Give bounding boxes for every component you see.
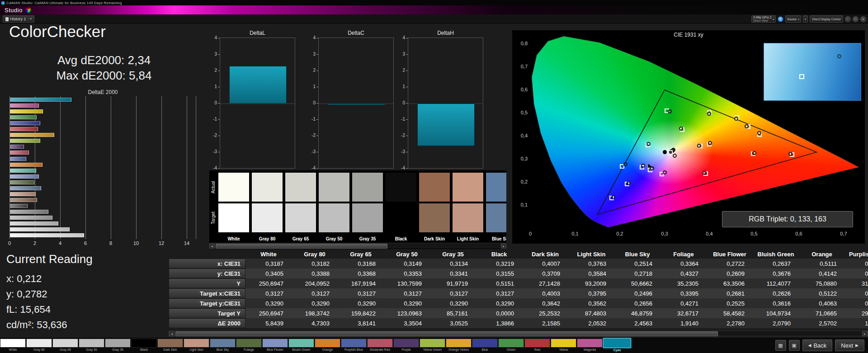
- patch-color: [341, 339, 367, 348]
- swatch-scrollbar[interactable]: [209, 243, 506, 249]
- window-title: CalMAN Studio: CalMAN Ultimate for Busin…: [6, 1, 122, 5]
- axis-tick-label: -1: [206, 117, 217, 122]
- chevron-down-icon: [805, 18, 806, 21]
- axis-tick-label: 0,2: [516, 179, 528, 184]
- strip-patch-white[interactable]: White: [0, 338, 26, 353]
- strip-patch-orange[interactable]: Orange: [315, 338, 340, 353]
- window-titlebar[interactable]: CalMAN Studio: CalMAN Ultimate for Busin…: [0, 0, 868, 5]
- scroll-right-icon[interactable]: [501, 244, 506, 249]
- table-row: Target Y250,6947198,3742159,8422123,0963…: [169, 308, 868, 318]
- swatch-label: White: [218, 236, 249, 241]
- scroll-right-icon[interactable]: [862, 331, 868, 336]
- scroll-left-icon[interactable]: [209, 244, 215, 249]
- pattern-dropdown[interactable]: [803, 15, 808, 23]
- strip-patch-yellow-green[interactable]: Yellow Green: [420, 338, 445, 353]
- strip-patch-black[interactable]: Black: [131, 338, 157, 353]
- target-swatch-blue-sky: [486, 203, 506, 232]
- tick-mark: [316, 38, 318, 38]
- table-cell: 0,3127: [430, 288, 476, 298]
- patch-color: [603, 338, 631, 348]
- maximize-button[interactable]: ☐: [853, 16, 859, 22]
- strip-patch-gray-65[interactable]: Gray 65: [52, 338, 78, 353]
- axis-tick-label: 3: [305, 52, 316, 56]
- table-header-row: WhiteGray 80Gray 65Gray 50Gray 35BlackDa…: [169, 249, 868, 259]
- strip-patch-magenta[interactable]: Magenta: [577, 338, 603, 353]
- patch-color: [184, 339, 209, 348]
- strip-patch-gray-50[interactable]: Gray 50: [79, 338, 104, 353]
- chevron-down-icon[interactable]: [28, 17, 32, 21]
- gridline: [60, 96, 61, 239]
- strip-patch-orange-yellow[interactable]: Orange Yellow: [446, 338, 472, 353]
- display-control-dropdown[interactable]: Direct Display Control: [810, 15, 843, 23]
- chevron-down-icon: [773, 18, 774, 21]
- patch-label: Gray 65: [52, 348, 78, 352]
- table-cell: 112,4077: [753, 278, 799, 288]
- tick-mark: [406, 38, 408, 38]
- axis-tick-label: 0: [524, 231, 537, 236]
- table-cell: 3,8141: [338, 318, 384, 328]
- pattern-window-icon[interactable]: ▦: [775, 340, 786, 351]
- table-cell: 35,2305: [660, 278, 707, 288]
- row-label: Target x:CIE31: [169, 288, 245, 298]
- actual-swatch-gray-35: [352, 173, 383, 202]
- deltae-bar-bluish-green: [10, 169, 36, 173]
- chevron-down-icon: [798, 18, 799, 21]
- meter-mode: Direct View: [753, 19, 771, 22]
- tab-history-1[interactable]: History 1: [3, 15, 34, 23]
- table-cell: 0,3353: [384, 268, 430, 278]
- deltae-bar-blue-sky: [10, 186, 41, 190]
- actual-swatch-gray-65: [285, 173, 316, 202]
- column-header: Orange: [799, 249, 845, 259]
- minimize-button[interactable]: –: [845, 16, 851, 22]
- strip-patch-gray-35[interactable]: Gray 35: [105, 338, 131, 353]
- table-cell: 104,9734: [753, 308, 799, 318]
- table-row: Y250,6947204,0952167,9194130,759991,9719…: [169, 278, 868, 288]
- chart-title: DeltaL: [220, 30, 295, 36]
- table-cell: 0,3341: [430, 268, 476, 278]
- patch-color: [420, 339, 445, 348]
- strip-patch-green[interactable]: Green: [498, 338, 524, 353]
- reading-fl: fL: 15,654: [6, 304, 51, 315]
- deltae-bar-gray-65: [10, 221, 58, 226]
- back-button[interactable]: ◀ Back: [802, 339, 833, 351]
- current-reading-title: Current Reading: [6, 252, 93, 266]
- strip-patch-foliage[interactable]: Foliage: [236, 338, 262, 353]
- source-dropdown[interactable]: Source: [785, 15, 801, 23]
- deltae-bar-red: [10, 127, 38, 131]
- swatch-label: Gray 80: [252, 236, 283, 241]
- connection-status-badge[interactable]: 1: [778, 16, 783, 22]
- column-header: Blue Flower: [707, 249, 753, 259]
- strip-patch-bluish-green[interactable]: Bluish Green: [288, 338, 314, 353]
- strip-patch-gray-80[interactable]: Gray 80: [26, 338, 52, 353]
- cie-measured-marker: [646, 142, 651, 146]
- actual-swatch-gray-80: [252, 173, 283, 202]
- table-cell: 0,2718: [614, 268, 660, 278]
- fullscreen-icon[interactable]: ▣: [789, 340, 800, 351]
- table-scrollbar[interactable]: [169, 330, 868, 336]
- scrollbar-thumb[interactable]: [216, 244, 387, 249]
- strip-patch-blue[interactable]: Blue: [472, 338, 498, 353]
- strip-patch-blue-sky[interactable]: Blue Sky: [210, 338, 236, 353]
- close-button[interactable]: ✕: [860, 16, 866, 22]
- history-tab-label: History 1: [10, 17, 26, 21]
- strip-patch-yellow[interactable]: Yellow: [551, 338, 576, 353]
- strip-patch-moderate-red[interactable]: Moderate Red: [367, 338, 393, 353]
- patch-strip-swatches: WhiteGray 80Gray 65Gray 50Gray 35BlackDa…: [0, 338, 632, 353]
- swatch-label-row: WhiteGray 80Gray 65Gray 50Gray 35BlackDa…: [218, 234, 506, 242]
- scroll-left-icon[interactable]: [169, 331, 175, 336]
- scrollbar-thumb[interactable]: [175, 331, 718, 336]
- strip-patch-cyan[interactable]: Cyan: [603, 338, 631, 353]
- strip-patch-red[interactable]: Red: [524, 338, 550, 353]
- next-button[interactable]: Next ▶: [835, 339, 864, 351]
- column-header: Gray 65: [338, 249, 384, 259]
- strip-patch-light-skin[interactable]: Light Skin: [184, 338, 209, 353]
- strip-patch-blue-flower[interactable]: Blue Flower: [262, 338, 288, 353]
- strip-patch-purple[interactable]: Purple: [393, 338, 419, 353]
- strip-patch-dark-skin[interactable]: Dark Skin: [157, 338, 183, 353]
- table-corner: [169, 249, 245, 259]
- back-arrow-icon: ◀: [808, 343, 811, 348]
- meter-dropdown[interactable]: X-Rite i1Pro 2 Direct View: [751, 15, 776, 23]
- strip-patch-purplish-blue[interactable]: Purplish Blue: [341, 338, 367, 353]
- patch-label: Gray 50: [79, 348, 104, 352]
- axis-tick-label: 4: [56, 240, 65, 246]
